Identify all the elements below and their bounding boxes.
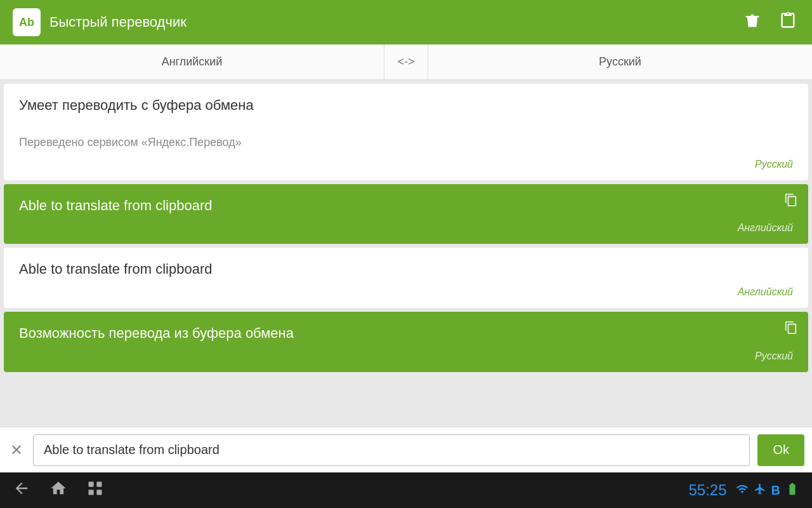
battery-icon bbox=[785, 482, 799, 499]
card-2-text: Able to translate from clipboard bbox=[19, 197, 793, 215]
card-4-lang: Русский bbox=[19, 351, 793, 362]
translation-card-1: Умеет переводить с буфера обмена Перевед… bbox=[4, 84, 808, 180]
app-header: Ab Быстрый переводчик bbox=[0, 0, 812, 44]
translation-input[interactable] bbox=[33, 434, 750, 466]
target-language[interactable]: Русский bbox=[428, 44, 812, 79]
card-3-text: Able to translate from clipboard bbox=[19, 260, 793, 279]
card-1-lang: Русский bbox=[19, 159, 793, 170]
recents-button[interactable] bbox=[86, 479, 104, 502]
home-button[interactable] bbox=[49, 479, 67, 502]
card-4-text: Возможность перевода из буфера обмена bbox=[19, 324, 793, 343]
svg-rect-0 bbox=[89, 481, 94, 486]
svg-rect-3 bbox=[96, 490, 102, 495]
input-bar: ✕ Ok bbox=[0, 427, 812, 472]
translation-card-2[interactable]: Able to translate from clipboard Английс… bbox=[4, 184, 808, 244]
card-2-lang: Английский bbox=[19, 222, 793, 234]
status-icons: B bbox=[736, 482, 799, 499]
translation-card-3: Able to translate from clipboard Английс… bbox=[4, 248, 808, 308]
svg-rect-2 bbox=[89, 490, 94, 495]
airplane-icon bbox=[754, 483, 766, 498]
card-3-lang: Английский bbox=[19, 286, 793, 298]
app-icon: Ab bbox=[13, 8, 41, 36]
delete-button[interactable] bbox=[741, 9, 764, 36]
bluetooth-icon: B bbox=[771, 483, 780, 498]
source-language[interactable]: Английский bbox=[0, 44, 384, 79]
svg-rect-1 bbox=[96, 481, 102, 486]
back-button[interactable] bbox=[13, 479, 30, 502]
nav-left-buttons bbox=[13, 479, 104, 502]
language-swap[interactable]: <-> bbox=[384, 44, 428, 79]
clear-input-button[interactable]: ✕ bbox=[8, 439, 25, 462]
translation-card-4[interactable]: Возможность перевода из буфера обмена Ру… bbox=[4, 312, 808, 372]
wifi-icon bbox=[736, 483, 749, 498]
header-left: Ab Быстрый переводчик bbox=[13, 8, 741, 36]
translations-list: Умеет переводить с буфера обмена Перевед… bbox=[0, 80, 812, 427]
language-bar: Английский <-> Русский bbox=[0, 44, 812, 80]
clipboard-button[interactable] bbox=[776, 9, 799, 36]
ok-button[interactable]: Ok bbox=[757, 434, 804, 466]
status-time: 55:25 bbox=[688, 481, 726, 499]
copy-button-4[interactable] bbox=[784, 321, 798, 338]
app-title: Быстрый переводчик bbox=[49, 14, 187, 30]
card-1-text: Умеет переводить с буфера обмена Перевед… bbox=[19, 97, 793, 151]
nav-bar: 55:25 B bbox=[0, 472, 812, 508]
nav-right-status: 55:25 B bbox=[688, 481, 799, 499]
copy-button-2[interactable] bbox=[784, 193, 798, 211]
header-actions bbox=[741, 9, 799, 36]
